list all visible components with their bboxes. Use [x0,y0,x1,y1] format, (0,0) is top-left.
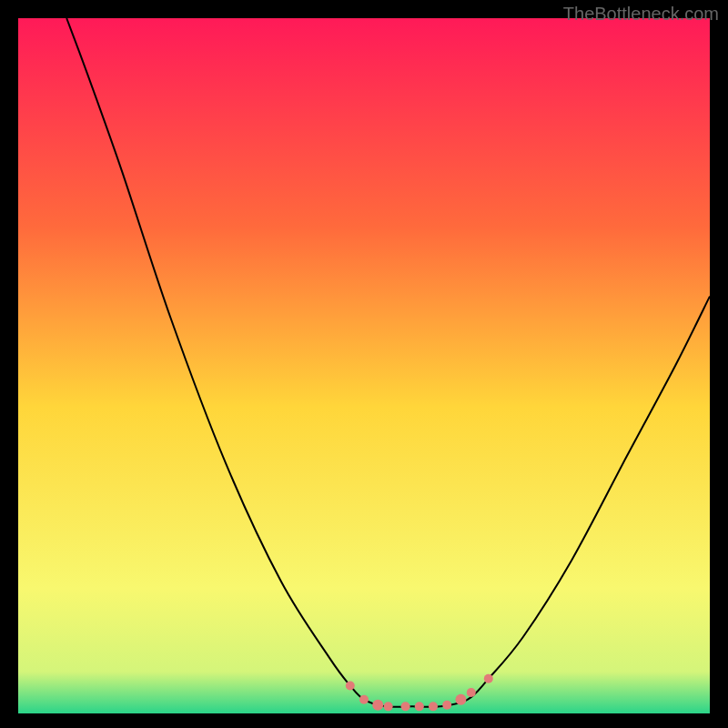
curve-marker [415,702,424,711]
curve-marker [384,702,393,711]
watermark-text: TheBottleneck.com [563,4,719,25]
curve-marker [455,694,466,705]
curve-marker [467,688,476,697]
curve-marker [359,695,369,704]
chart-svg [18,18,710,713]
curve-marker [401,702,410,711]
curve-marker [484,674,493,683]
curve-marker [372,700,383,711]
chart-container: TheBottleneck.com [0,0,728,728]
plot-area [18,18,710,713]
curve-marker [442,701,451,710]
curve-marker [346,681,355,690]
curve-marker [429,702,438,711]
gradient-background [18,18,710,713]
